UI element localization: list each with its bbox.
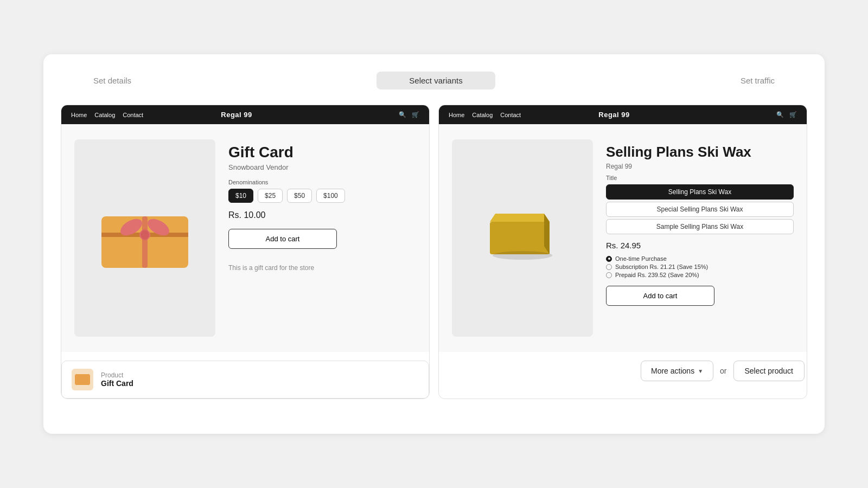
selling-option-onetime-label: One-time Purchase — [615, 255, 667, 262]
step-set-details[interactable]: Set details — [93, 76, 131, 85]
left-product-image — [74, 139, 215, 337]
chevron-down-icon: ▼ — [698, 368, 703, 374]
left-product-info: Gift Card Snowboard Vendor Denominations… — [228, 139, 416, 337]
step-set-traffic[interactable]: Set traffic — [741, 76, 775, 85]
panels-row: Home Catalog Contact Regal 99 🔍 🛒 — [61, 105, 807, 399]
cart-icon: 🛒 — [412, 111, 419, 118]
right-nav-contact: Contact — [500, 112, 521, 118]
denom-btn-25[interactable]: $25 — [258, 189, 283, 203]
product-meta: Product Gift Card — [101, 371, 133, 388]
denom-btn-50[interactable]: $50 — [287, 189, 312, 203]
right-brand: Regal 99 — [598, 111, 629, 119]
left-store-nav: Home Catalog Contact Regal 99 🔍 🛒 — [61, 105, 429, 124]
left-brand: Regal 99 — [221, 111, 252, 119]
right-nav-icons: 🔍 🛒 — [776, 111, 797, 118]
product-thumb-inner — [75, 374, 90, 385]
selling-option-prepaid: Prepaid Rs. 239.52 (Save 20%) — [606, 272, 794, 278]
svg-rect-6 — [142, 216, 148, 268]
right-store-nav: Home Catalog Contact Regal 99 🔍 🛒 — [439, 105, 807, 124]
left-nav-catalog: Catalog — [94, 112, 115, 118]
right-product-image — [452, 139, 593, 337]
search-icon: 🔍 — [399, 111, 406, 118]
right-product-vendor: Regal 99 — [606, 163, 794, 170]
denomination-buttons: $10 $25 $50 $100 — [228, 189, 416, 203]
radio-onetime[interactable] — [606, 256, 612, 262]
select-product-button[interactable]: Select product — [733, 361, 805, 381]
left-product-area: Gift Card Snowboard Vendor Denominations… — [61, 124, 429, 352]
title-option-special[interactable]: Special Selling Plans Ski Wax — [606, 202, 794, 217]
right-bottom-actions: More actions ▼ or Select product — [439, 361, 807, 381]
more-actions-button[interactable]: More actions ▼ — [641, 361, 713, 381]
right-search-icon: 🔍 — [776, 111, 784, 118]
denominations-label: Denominations — [228, 179, 416, 185]
selling-option-subscription-label: Subscription Rs. 21.21 (Save 15%) — [615, 264, 708, 270]
right-nav-catalog: Catalog — [472, 112, 493, 118]
svg-rect-7 — [490, 222, 550, 254]
title-option-main[interactable]: Selling Plans Ski Wax — [606, 184, 794, 200]
right-product-title: Selling Plans Ski Wax — [606, 144, 794, 160]
left-nav-icons: 🔍 🛒 — [399, 111, 419, 118]
selling-option-prepaid-label: Prepaid Rs. 239.52 (Save 20%) — [615, 272, 699, 278]
denom-btn-100[interactable]: $100 — [316, 189, 345, 203]
step-select-variants[interactable]: Select variants — [376, 72, 495, 89]
right-nav-links: Home Catalog Contact — [449, 112, 521, 118]
steps-header: Set details Select variants Set traffic — [61, 72, 807, 89]
left-price: Rs. 10.00 — [228, 210, 416, 220]
left-nav-links: Home Catalog Contact — [71, 112, 143, 118]
svg-marker-8 — [490, 214, 550, 222]
wax-block-illustration — [479, 206, 566, 271]
left-nav-home: Home — [71, 112, 87, 118]
svg-point-10 — [493, 251, 552, 260]
left-product-vendor: Snowboard Vendor — [228, 163, 416, 171]
right-product-info: Selling Plans Ski Wax Regal 99 Title Sel… — [606, 139, 794, 337]
selling-option-onetime: One-time Purchase — [606, 255, 794, 262]
left-bottom-bar: Product Gift Card — [61, 361, 429, 399]
or-separator: or — [720, 367, 726, 375]
title-label: Title — [606, 175, 794, 181]
right-nav-home: Home — [449, 112, 464, 118]
selling-option-subscription: Subscription Rs. 21.21 (Save 15%) — [606, 264, 794, 270]
right-product-area: Selling Plans Ski Wax Regal 99 Title Sel… — [439, 124, 807, 352]
left-product-description: This is a gift card for the store — [228, 264, 416, 272]
radio-subscription[interactable] — [606, 264, 612, 270]
right-cart-icon: 🛒 — [789, 111, 797, 118]
selling-options: One-time Purchase Subscription Rs. 21.21… — [606, 255, 794, 278]
right-panel: Home Catalog Contact Regal 99 🔍 🛒 — [438, 105, 807, 399]
more-actions-label: More actions — [651, 367, 694, 375]
left-nav-contact: Contact — [123, 112, 143, 118]
left-add-to-cart-button[interactable]: Add to cart — [228, 229, 337, 249]
title-options: Selling Plans Ski Wax Special Selling Pl… — [606, 184, 794, 234]
gift-card-illustration — [96, 203, 194, 273]
product-thumb — [72, 369, 93, 390]
product-type: Product — [101, 371, 133, 379]
right-price: Rs. 24.95 — [606, 241, 794, 250]
left-product-title: Gift Card — [228, 144, 416, 161]
radio-prepaid[interactable] — [606, 272, 612, 278]
outer-container: Set details Select variants Set traffic … — [0, 0, 868, 488]
left-panel: Home Catalog Contact Regal 99 🔍 🛒 — [61, 105, 430, 399]
right-add-to-cart-button[interactable]: Add to cart — [606, 286, 714, 306]
title-option-sample[interactable]: Sample Selling Plans Ski Wax — [606, 219, 794, 234]
denom-btn-10[interactable]: $10 — [228, 189, 253, 203]
product-name: Gift Card — [101, 379, 133, 388]
main-card: Set details Select variants Set traffic … — [43, 54, 825, 434]
